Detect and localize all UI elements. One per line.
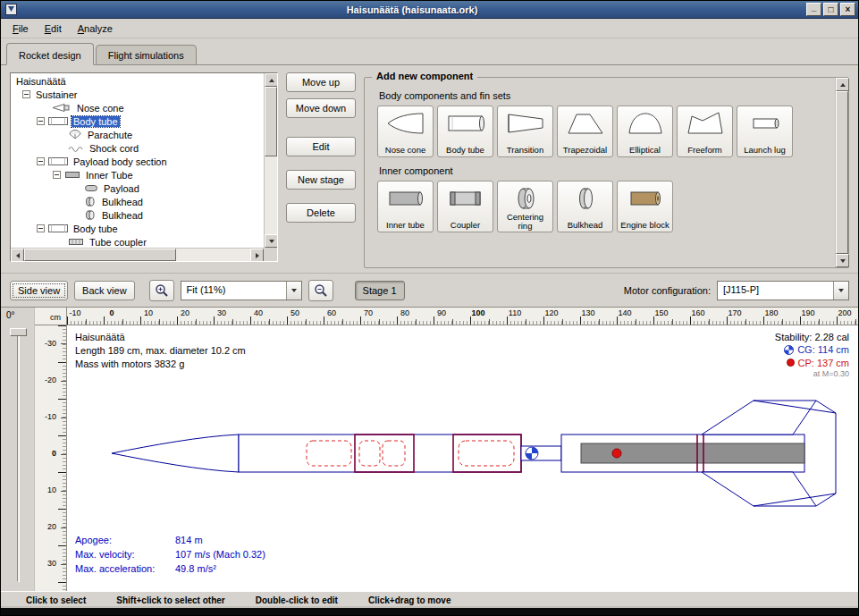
collapse-icon[interactable]: [37, 117, 45, 125]
add-centering-ring-button[interactable]: Centering ring: [497, 181, 553, 232]
status-bar: Click to select Shift+click to select ot…: [1, 591, 858, 608]
tree-horizontal-scrollbar[interactable]: [11, 248, 264, 261]
move-down-button[interactable]: Move down: [286, 98, 356, 118]
edit-button[interactable]: Edit: [286, 137, 356, 156]
rocket-canvas[interactable]: Haisunäätä Length 189 cm, max. diameter …: [67, 325, 858, 591]
rotation-slider-track[interactable]: [17, 331, 20, 582]
maximize-button[interactable]: □: [823, 3, 838, 16]
body-tube-icon: [48, 156, 68, 166]
scroll-up-icon[interactable]: [265, 73, 278, 87]
coupler-icon: [446, 185, 485, 212]
tree-item-sustainer[interactable]: Sustainer: [11, 88, 264, 101]
add-launch-lug-button[interactable]: Launch lug: [737, 105, 793, 157]
motor-configuration-select[interactable]: [J115-P]: [717, 281, 849, 300]
add-coupler-button[interactable]: Coupler: [437, 181, 493, 232]
minimize-button[interactable]: _: [806, 3, 821, 16]
tree-item-payload-body-section[interactable]: Payload body section: [11, 155, 264, 168]
add-bulkhead-button[interactable]: Bulkhead: [557, 181, 613, 232]
elliptical-fin-icon: [626, 110, 665, 137]
add-freeform-fin-button[interactable]: Freeform: [677, 105, 733, 157]
window-bottom-edge: [1, 608, 858, 615]
h-ruler-label: 40: [254, 308, 263, 317]
h-ruler-label: 110: [509, 308, 521, 317]
rocket-length: Length 189 cm, max. diameter 10.2 cm: [75, 344, 246, 358]
hint-click-drag: Click+drag to move: [368, 595, 451, 605]
add-engine-block-button[interactable]: Engine block: [617, 181, 673, 232]
zoom-out-icon: [314, 283, 328, 298]
add-inner-tube-button[interactable]: Inner tube: [377, 181, 434, 232]
chevron-down-icon[interactable]: [833, 282, 848, 300]
title-bar[interactable]: Haisunäätä (haisunaata.ork) _ □ ×: [1, 1, 858, 19]
menu-file[interactable]: File: [4, 19, 37, 38]
add-panel-scrollbar[interactable]: [835, 78, 848, 267]
scroll-up-icon[interactable]: [836, 78, 849, 91]
add-body-tube-button[interactable]: Body tube: [437, 105, 493, 157]
tree-vertical-scrollbar[interactable]: [264, 73, 277, 248]
tree-item-shock-cord[interactable]: Shock cord: [11, 141, 264, 155]
body-tube-icon: [48, 116, 68, 126]
zoom-select[interactable]: Fit (11%): [181, 281, 302, 300]
scroll-down-icon[interactable]: [836, 254, 849, 267]
new-stage-button[interactable]: New stage: [286, 170, 356, 190]
menu-analyze[interactable]: Analyze: [70, 19, 121, 38]
menu-edit[interactable]: Edit: [37, 19, 70, 38]
side-view-button[interactable]: Side view: [10, 281, 68, 300]
collapse-icon[interactable]: [37, 157, 45, 165]
body-component-buttons: Nose cone Body tube Transition Trapezoid…: [377, 105, 830, 157]
v-ruler-label: 20: [47, 522, 56, 531]
scroll-thumb[interactable]: [836, 91, 848, 254]
chevron-down-icon[interactable]: [286, 282, 301, 300]
launch-lug-icon: [745, 110, 785, 137]
tree-item-bulkhead[interactable]: Bulkhead: [11, 195, 264, 208]
zoom-out-button[interactable]: [308, 280, 333, 301]
scroll-right-icon[interactable]: [250, 249, 264, 262]
add-component-title: Add new component: [372, 71, 477, 81]
tree-item-body-tube-aft[interactable]: Body tube: [11, 222, 264, 235]
cg-value: CG: 114 cm: [797, 343, 849, 356]
tree-item-inner-tube[interactable]: Inner Tube: [11, 168, 264, 181]
rotation-slider-handle[interactable]: [10, 328, 27, 336]
cg-legend-icon: [784, 345, 794, 355]
stage-1-toggle[interactable]: Stage 1: [355, 281, 405, 300]
cp-marker: [612, 449, 621, 458]
add-trapezoidal-fin-button[interactable]: Trapezoidal: [557, 105, 613, 157]
add-transition-button[interactable]: Transition: [497, 105, 553, 157]
add-elliptical-fin-button[interactable]: Elliptical: [617, 105, 673, 157]
rocket-design-panel: Haisunäätä Sustainer Nose cone Body tube…: [1, 65, 858, 273]
scroll-down-icon[interactable]: [265, 234, 278, 248]
velocity-label: Max. velocity:: [75, 548, 175, 562]
application-window: Haisunäätä (haisunaata.ork) _ □ × File E…: [0, 0, 859, 616]
tree-action-buttons: Move up Move down Edit New stage Delete: [286, 72, 356, 267]
close-button[interactable]: ×: [840, 3, 855, 16]
collapse-icon[interactable]: [53, 171, 61, 179]
velocity-value: 107 m/s (Mach 0.32): [175, 549, 265, 560]
hint-shift-click: Shift+click to select other: [116, 595, 224, 605]
add-nose-cone-button[interactable]: Nose cone: [377, 105, 434, 157]
acceleration-value: 49.8 m/s²: [175, 563, 216, 574]
tree-item-tube-coupler[interactable]: Tube coupler: [11, 235, 264, 248]
tree-item-payload[interactable]: Payload: [11, 181, 264, 195]
scroll-thumb[interactable]: [265, 87, 277, 156]
inner-component-buttons: Inner tube Coupler Centering ring Bulkhe…: [377, 181, 830, 232]
zoom-in-button[interactable]: [149, 280, 174, 301]
tree-item-body-tube[interactable]: Body tube: [11, 114, 264, 128]
tree-rows: Haisunäätä Sustainer Nose cone Body tube…: [11, 73, 264, 248]
delete-button[interactable]: Delete: [286, 203, 356, 223]
tree-item-rocket[interactable]: Haisunäätä: [11, 74, 264, 88]
window-controls: _ □ ×: [806, 3, 855, 16]
tree-item-parachute[interactable]: Parachute: [11, 128, 264, 141]
scroll-thumb[interactable]: [24, 249, 176, 261]
collapse-icon[interactable]: [22, 90, 30, 98]
tree-item-nose-cone[interactable]: Nose cone: [11, 101, 264, 114]
collapse-icon[interactable]: [37, 224, 45, 232]
move-up-button[interactable]: Move up: [286, 72, 356, 92]
tree-item-bulkhead[interactable]: Bulkhead: [11, 208, 264, 222]
tube-coupler-icon: [68, 237, 84, 247]
tab-flight-simulations[interactable]: Flight simulations: [96, 45, 197, 65]
h-ruler-label: 160: [691, 308, 704, 317]
menu-bar: File Edit Analyze: [1, 19, 858, 38]
scroll-left-icon[interactable]: [11, 249, 24, 262]
tab-rocket-design[interactable]: Rocket design: [6, 43, 94, 65]
back-view-button[interactable]: Back view: [74, 281, 135, 300]
inner-component-label: Inner component: [379, 165, 830, 176]
